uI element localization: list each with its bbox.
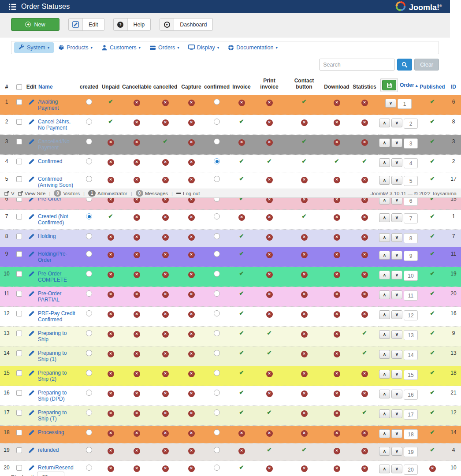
published-icon[interactable]: ✔	[430, 138, 435, 145]
created-radio[interactable]	[86, 271, 92, 277]
cancelled-icon[interactable]: ✕	[162, 410, 169, 417]
cancelled-icon[interactable]: ✕	[162, 311, 169, 318]
order-up-button[interactable]: ∧	[379, 350, 390, 359]
row-checkbox[interactable]	[16, 271, 22, 277]
print-invoice-icon[interactable]: ✕	[266, 119, 273, 126]
confirmed-radio[interactable]	[214, 330, 220, 336]
statistics-icon[interactable]: ✕	[361, 291, 368, 298]
invoice-icon[interactable]: ✔	[239, 369, 244, 376]
capture-icon[interactable]: ✕	[188, 351, 195, 357]
capture-icon[interactable]: ✕	[188, 291, 195, 298]
invoice-icon[interactable]: ✔	[239, 310, 244, 316]
print-invoice-icon[interactable]: ✕	[266, 252, 273, 258]
search-button[interactable]	[397, 59, 412, 71]
contact-button-icon[interactable]: ✕	[301, 465, 308, 472]
capture-icon[interactable]: ✕	[188, 410, 195, 417]
invoice-icon[interactable]: ✔	[239, 464, 244, 471]
confirmed-radio[interactable]	[214, 290, 220, 297]
row-checkbox[interactable]	[16, 176, 22, 182]
menu-item-display[interactable]: Display▾	[184, 42, 224, 53]
statistics-icon[interactable]: ✔	[362, 330, 367, 336]
cancelled-icon[interactable]: ✕	[162, 351, 169, 357]
published-icon[interactable]: ✔	[430, 175, 435, 182]
order-input[interactable]	[404, 290, 418, 301]
header-order-sort[interactable]: Order ▴	[400, 82, 418, 88]
order-up-button[interactable]: ∧	[379, 158, 390, 167]
print-invoice-icon[interactable]: ✕	[266, 430, 273, 437]
created-radio[interactable]	[86, 429, 92, 435]
statistics-icon[interactable]: ✕	[361, 371, 368, 377]
edit-button[interactable]	[28, 310, 35, 318]
cancellable-icon[interactable]: ✕	[134, 252, 140, 258]
created-radio[interactable]	[86, 390, 92, 396]
messages-link[interactable]: 0 Messages	[136, 190, 168, 197]
published-icon[interactable]: ✔	[430, 310, 435, 316]
cancellable-icon[interactable]: ✕	[134, 448, 140, 454]
order-down-button[interactable]: ∨	[391, 447, 402, 456]
status-name-link[interactable]: Confirmed (Arriving Soon)	[38, 176, 78, 188]
unpaid-icon[interactable]: ✕	[108, 139, 114, 146]
cancellable-icon[interactable]: ✕	[134, 410, 140, 417]
print-invoice-icon[interactable]: ✕	[266, 100, 273, 106]
cancelled-icon[interactable]: ✕	[162, 448, 169, 454]
statistics-icon[interactable]: ✕	[361, 214, 368, 221]
select-all-checkbox[interactable]	[16, 84, 22, 90]
unpaid-icon[interactable]: ✔	[108, 213, 113, 219]
capture-icon[interactable]: ✕	[188, 448, 195, 454]
print-invoice-icon[interactable]: ✕	[266, 234, 273, 241]
confirmed-radio[interactable]	[214, 99, 220, 105]
contact-button-icon[interactable]: ✕	[301, 291, 308, 298]
statistics-icon[interactable]: ✕	[361, 100, 368, 106]
download-icon[interactable]: ✕	[334, 119, 340, 126]
unpaid-icon[interactable]: ✕	[108, 448, 114, 454]
capture-icon[interactable]: ✕	[188, 311, 195, 318]
menu-item-system[interactable]: System▾	[14, 42, 54, 53]
row-checkbox[interactable]	[16, 291, 22, 297]
order-down-button[interactable]: ∨	[391, 310, 402, 319]
created-radio[interactable]	[86, 290, 92, 297]
cancellable-icon[interactable]: ✕	[134, 234, 140, 241]
download-icon[interactable]: ✔	[335, 158, 339, 164]
statistics-icon[interactable]: ✔	[362, 350, 367, 356]
order-up-button[interactable]: ∧	[379, 465, 390, 473]
edit-button[interactable]	[28, 330, 35, 338]
view-site-link[interactable]: View Site	[18, 191, 46, 196]
cancelled-icon[interactable]: ✕	[162, 390, 169, 397]
published-icon[interactable]: ✔	[430, 158, 435, 164]
download-icon[interactable]: ✕	[334, 177, 340, 183]
cancelled-icon[interactable]: ✕	[162, 430, 169, 437]
invoice-icon[interactable]: ✔	[239, 270, 244, 277]
order-down-button[interactable]: ∨	[391, 465, 402, 473]
confirmed-radio[interactable]	[214, 119, 220, 125]
contact-button-icon[interactable]: ✕	[301, 311, 308, 318]
edit-button[interactable]	[28, 370, 35, 378]
order-input[interactable]	[404, 390, 418, 400]
order-down-button[interactable]: ∨	[391, 271, 402, 279]
edit-button[interactable]	[28, 390, 35, 398]
order-down-button[interactable]: ∨	[385, 99, 396, 108]
contact-button-icon[interactable]: ✕	[301, 177, 308, 183]
print-invoice-icon[interactable]: ✕	[266, 271, 273, 278]
clear-button[interactable]: Clear	[414, 59, 439, 71]
capture-icon[interactable]: ✕	[188, 139, 195, 146]
invoice-icon[interactable]: ✔	[239, 350, 244, 356]
confirmed-radio[interactable]	[214, 233, 220, 239]
order-input[interactable]	[404, 330, 418, 340]
print-invoice-icon[interactable]: ✔	[267, 409, 272, 416]
unpaid-icon[interactable]: ✕	[108, 351, 114, 357]
order-input[interactable]	[404, 310, 418, 320]
order-up-button[interactable]: ∧	[379, 138, 390, 147]
invoice-icon[interactable]: ✕	[238, 448, 245, 454]
confirmed-radio[interactable]	[214, 447, 220, 453]
unpaid-icon[interactable]: ✔	[108, 118, 113, 125]
confirmed-radio[interactable]	[214, 465, 220, 471]
status-name-link[interactable]: Processing	[38, 429, 64, 435]
published-icon[interactable]: ✔	[430, 330, 435, 336]
header-name-sort[interactable]: Name	[38, 76, 78, 95]
order-down-button[interactable]: ∨	[391, 176, 402, 185]
created-radio[interactable]	[86, 370, 92, 376]
edit-button[interactable]	[28, 271, 35, 279]
header-published-sort[interactable]: Published	[419, 76, 446, 95]
cancelled-icon[interactable]: ✕	[162, 177, 169, 183]
status-name-link[interactable]: Awaiting Payment	[38, 99, 78, 111]
